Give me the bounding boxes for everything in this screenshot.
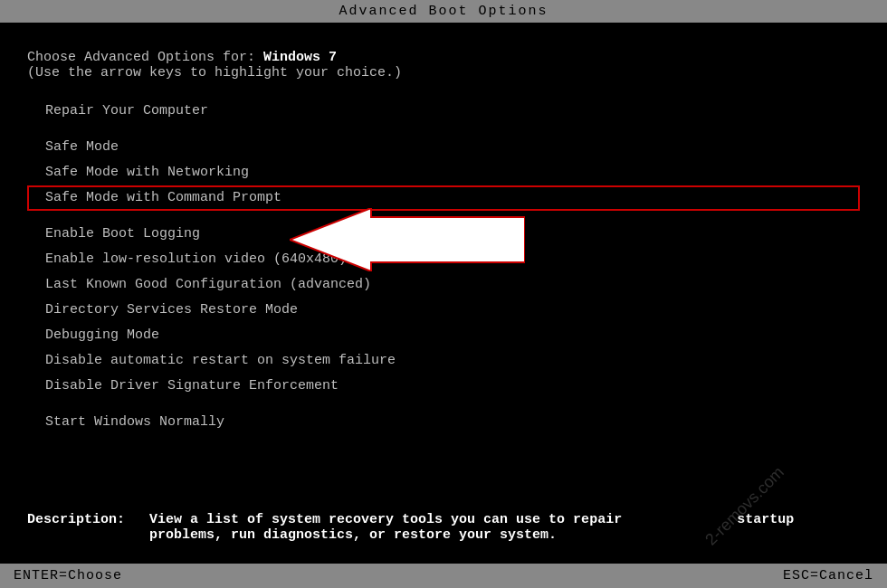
menu-item-low-resolution[interactable]: Enable low-resolution video (640x480) xyxy=(27,247,860,272)
menu-item-last-known-good[interactable]: Last Known Good Configuration (advanced) xyxy=(27,272,860,298)
enter-label: ENTER=Choose xyxy=(14,568,122,583)
title-text: Advanced Boot Options xyxy=(339,4,548,19)
menu-item-repair[interactable]: Repair Your Computer xyxy=(27,99,860,124)
menu-item-debugging[interactable]: Debugging Mode xyxy=(27,323,860,348)
intro-line1: Choose Advanced Options for: Windows 7 xyxy=(27,50,860,65)
menu-item-safe-mode-networking[interactable]: Safe Mode with Networking xyxy=(27,160,860,185)
intro-line2: (Use the arrow keys to highlight your ch… xyxy=(27,65,860,81)
menu-item-safe-mode[interactable]: Safe Mode xyxy=(27,135,860,160)
intro-os: Windows 7 xyxy=(263,50,337,65)
description-label: Description: xyxy=(27,512,125,543)
menu-item-disable-driver[interactable]: Disable Driver Signature Enforcement xyxy=(27,374,860,399)
menu-list: Repair Your ComputerSafe ModeSafe Mode w… xyxy=(27,99,860,435)
description-section: Description: View a list of system recov… xyxy=(0,503,887,552)
description-line1: View a list of system recovery tools you… xyxy=(149,512,622,527)
main-content: Choose Advanced Options for: Windows 7 (… xyxy=(0,23,887,453)
intro-static: Choose Advanced Options for: xyxy=(27,50,263,65)
title-bar: Advanced Boot Options xyxy=(0,0,887,23)
menu-item-directory-services[interactable]: Directory Services Restore Mode xyxy=(27,298,860,323)
bottom-bar: ENTER=Choose ESC=Cancel xyxy=(0,564,887,588)
menu-item-disable-restart[interactable]: Disable automatic restart on system fail… xyxy=(27,348,860,374)
menu-item-safe-mode-command-prompt[interactable]: Safe Mode with Command Prompt xyxy=(27,185,860,211)
esc-label: ESC=Cancel xyxy=(783,568,873,583)
menu-item-start-normally[interactable]: Start Windows Normally xyxy=(27,410,860,435)
menu-item-enable-boot-logging[interactable]: Enable Boot Logging xyxy=(27,222,860,247)
